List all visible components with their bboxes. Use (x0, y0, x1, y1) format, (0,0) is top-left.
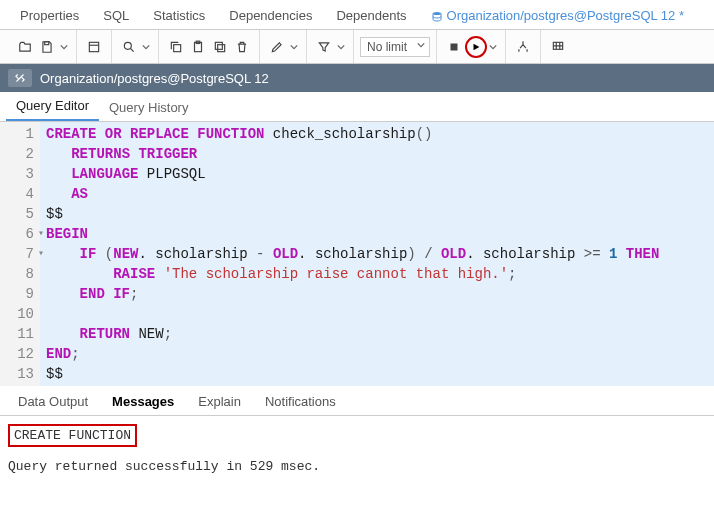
limit-select[interactable]: No limit (360, 37, 430, 57)
tab-messages[interactable]: Messages (100, 388, 186, 415)
execute-button[interactable] (465, 35, 487, 59)
message-result: CREATE FUNCTION (8, 424, 137, 447)
code-line[interactable]: IF (NEW. scholarship - OLD. scholarship)… (46, 244, 708, 264)
line-number: 9 (2, 284, 34, 304)
copy-result-button[interactable] (209, 35, 231, 59)
play-icon (465, 36, 487, 58)
line-number: 5 (2, 204, 34, 224)
line-number: 6 (2, 224, 34, 244)
tab-statistics[interactable]: Statistics (141, 2, 217, 29)
code-area[interactable]: CREATE OR REPLACE FUNCTION check_scholar… (40, 122, 714, 386)
connection-label: Organization/postgres@PostgreSQL 12 (40, 71, 269, 86)
output-tabs: Data Output Messages Explain Notificatio… (0, 386, 714, 416)
notify-button[interactable] (547, 35, 569, 59)
connection-status-icon[interactable] (8, 69, 32, 87)
code-line[interactable]: AS (46, 184, 708, 204)
code-line[interactable]: LANGUAGE PLPGSQL (46, 164, 708, 184)
line-number: 12 (2, 344, 34, 364)
database-icon (431, 11, 443, 23)
tab-explain[interactable]: Explain (186, 388, 253, 415)
stop-button[interactable] (443, 35, 465, 59)
line-number: 10 (2, 304, 34, 324)
tab-query-tool[interactable]: Organization/postgres@PostgreSQL 12 * (419, 2, 696, 29)
tab-notifications[interactable]: Notifications (253, 388, 348, 415)
svg-rect-1 (45, 41, 49, 44)
edit-button[interactable] (83, 35, 105, 59)
svg-point-3 (124, 42, 131, 49)
paste-button[interactable] (187, 35, 209, 59)
tab-query-tool-label: Organization/postgres@PostgreSQL 12 * (447, 8, 684, 23)
code-line[interactable]: CREATE OR REPLACE FUNCTION check_scholar… (46, 124, 708, 144)
search-dropdown[interactable] (140, 35, 152, 59)
tab-query-editor[interactable]: Query Editor (6, 92, 99, 121)
message-status: Query returned successfully in 529 msec. (8, 459, 706, 474)
open-file-button[interactable] (14, 35, 36, 59)
tab-dependents[interactable]: Dependents (324, 2, 418, 29)
line-number: 2 (2, 144, 34, 164)
line-number: 8 (2, 264, 34, 284)
code-line[interactable]: $$ (46, 204, 708, 224)
svg-point-0 (433, 12, 441, 15)
svg-rect-9 (451, 43, 458, 50)
svg-rect-2 (89, 42, 98, 51)
line-number: 4 (2, 184, 34, 204)
editor-tabs: Query Editor Query History (0, 92, 714, 122)
limit-select-label: No limit (367, 40, 407, 54)
edit-data-button[interactable] (266, 35, 288, 59)
line-gutter: 12345678910111213 (0, 122, 40, 386)
svg-rect-4 (174, 44, 181, 51)
toolbar: No limit (0, 30, 714, 64)
filter-button[interactable] (313, 35, 335, 59)
edit-data-dropdown[interactable] (288, 35, 300, 59)
line-number: 13 (2, 364, 34, 384)
code-line[interactable]: RAISE 'The scholarship raise cannot that… (46, 264, 708, 284)
svg-rect-8 (215, 42, 222, 49)
code-line[interactable]: $$ (46, 364, 708, 384)
line-number: 7 (2, 244, 34, 264)
line-number: 3 (2, 164, 34, 184)
explain-button[interactable] (512, 35, 534, 59)
tab-query-history[interactable]: Query History (99, 94, 198, 121)
line-number: 1 (2, 124, 34, 144)
code-line[interactable]: BEGIN (46, 224, 708, 244)
copy-button[interactable] (165, 35, 187, 59)
code-editor[interactable]: 12345678910111213 CREATE OR REPLACE FUNC… (0, 122, 714, 386)
code-line[interactable] (46, 304, 708, 324)
save-dropdown[interactable] (58, 35, 70, 59)
delete-button[interactable] (231, 35, 253, 59)
code-line[interactable]: RETURN NEW; (46, 324, 708, 344)
connection-bar: Organization/postgres@PostgreSQL 12 (0, 64, 714, 92)
tab-sql[interactable]: SQL (91, 2, 141, 29)
execute-dropdown[interactable] (487, 35, 499, 59)
search-button[interactable] (118, 35, 140, 59)
code-line[interactable]: RETURNS TRIGGER (46, 144, 708, 164)
messages-panel: CREATE FUNCTION Query returned successfu… (0, 416, 714, 482)
code-line[interactable]: END IF; (46, 284, 708, 304)
tab-data-output[interactable]: Data Output (6, 388, 100, 415)
code-line[interactable]: END; (46, 344, 708, 364)
save-button[interactable] (36, 35, 58, 59)
tab-dependencies[interactable]: Dependencies (217, 2, 324, 29)
chevron-down-icon (417, 41, 425, 49)
line-number: 11 (2, 324, 34, 344)
top-tabs: Properties SQL Statistics Dependencies D… (0, 0, 714, 30)
tab-properties[interactable]: Properties (8, 2, 91, 29)
svg-rect-7 (218, 44, 225, 51)
filter-dropdown[interactable] (335, 35, 347, 59)
